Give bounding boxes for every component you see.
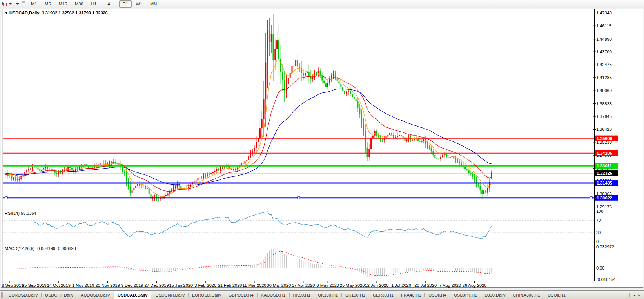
hline-handle[interactable] [5,197,7,199]
svg-text:1.41285: 1.41285 [596,75,612,80]
symbol-tab-usdcad-3[interactable]: USDCAD,Daily [114,291,151,299]
svg-text:1 Nov 2019: 1 Nov 2019 [72,283,94,288]
chart-title: ▼ USDCAD,Daily 1.31932 1.32562 1.31799 1… [5,11,108,15]
svg-text:6 May 2020: 6 May 2020 [316,283,339,288]
svg-text:1.33011: 1.33011 [597,163,612,168]
svg-text:0.00: 0.00 [596,266,604,270]
svg-text:9 Dec 2019: 9 Dec 2019 [121,283,143,288]
macd-indicator-label: MACD(12,26,9) -0.004199 -0.006898 [5,246,76,251]
chart-title-ohlc: 1.31932 1.32562 1.31799 1.32326 [42,11,108,15]
tab-scroll-right-icon[interactable]: ▸ [637,292,642,298]
svg-text:21 Feb 2020: 21 Feb 2020 [218,283,242,288]
svg-text:26 Aug 2020: 26 Aug 2020 [463,283,487,288]
rsi-indicator-label: RSI(14) 55.0354 [5,211,36,216]
chart-title-symbol: USDCAD,Daily [9,11,39,15]
svg-text:17 Apr 2020: 17 Apr 2020 [292,283,315,288]
svg-text:1.43700: 1.43700 [596,49,612,54]
svg-text:1.40060: 1.40060 [596,88,612,93]
symbol-tab-xauusd-7[interactable]: XAUUSD,H1 [258,291,289,299]
timeframe-buttons: M1M5M15M30H1H4D1W1MN [27,0,165,8]
timeframe-button-h4[interactable]: H4 [101,0,113,8]
svg-text:30: 30 [596,230,601,235]
expand-triangle-icon[interactable]: ▼ [5,11,8,15]
symbol-tab-dj30-15[interactable]: DJ30,Daily [481,291,509,299]
timeframe-button-w1[interactable]: W1 [132,0,146,8]
tab-scroll-arrows: ◂ ▸ [629,291,644,299]
svg-text:70: 70 [596,218,601,223]
toolbar-grip[interactable] [22,1,25,7]
toolbar-separator [163,1,163,7]
svg-text:25 May 2020: 25 May 2020 [340,283,365,288]
svg-text:0: 0 [596,239,599,244]
timeframe-button-m30[interactable]: M30 [71,0,87,8]
symbol-tab-usdcnh-4[interactable]: USDCNH,Daily [152,291,188,299]
svg-text:100: 100 [596,209,603,214]
svg-text:1.44890: 1.44890 [596,37,612,42]
timeframe-button-m5[interactable]: M5 [41,0,54,8]
svg-text:1.38835: 1.38835 [596,101,612,106]
timeframe-button-m15[interactable]: M15 [55,0,71,8]
symbol-tab-uk100-10[interactable]: UK100,H1 [342,291,369,299]
svg-text:15 Jan 2020: 15 Jan 2020 [169,283,193,288]
svg-text:1.36420: 1.36420 [596,127,612,132]
svg-text:6 Sep 2019: 6 Sep 2019 [2,283,24,288]
symbol-tab-fra40-12[interactable]: FRA40,H1 [397,291,424,299]
svg-text:1.46115: 1.46115 [596,24,611,28]
svg-text:3 Feb 2020: 3 Feb 2020 [194,283,216,288]
chart-cursor-icon [1,1,7,7]
svg-text:1.42475: 1.42475 [596,62,612,67]
symbol-tab-usoil-17[interactable]: USOil,H1 [544,291,569,299]
toolbar-separator [116,1,117,7]
timeframe-toolbar: M1M5M15M30H1H4D1W1MN [0,0,644,8]
symbol-tab-china300-16[interactable]: CHINA300,H1 [509,291,544,299]
tab-scroll-left-icon[interactable]: ◂ [632,292,637,298]
svg-text:20 Nov 2019: 20 Nov 2019 [95,283,120,288]
symbol-tab-uk100-9[interactable]: UK100,H1 [314,291,341,299]
hline-handle[interactable] [590,197,592,199]
chevron-down-icon [9,3,12,5]
timeframe-button-m1[interactable]: M1 [27,0,40,8]
svg-text:14 Oct 2019: 14 Oct 2019 [47,283,71,288]
svg-text:12 Jun 2020: 12 Jun 2020 [365,283,389,288]
symbol-tab-ger30-11[interactable]: GER30,H1 [369,291,397,299]
timeframe-button-d1[interactable]: D1 [119,0,132,8]
tabbar-grip[interactable] [1,292,4,298]
timeframe-button-h1[interactable]: H1 [87,0,100,8]
symbol-tab-usoil-13[interactable]: USOil,H4 [425,291,450,299]
svg-text:1.32326: 1.32326 [597,171,612,176]
svg-text:20 Jul 2020: 20 Jul 2020 [414,283,437,288]
symbol-tab-eurusd-5[interactable]: EURUSD,Daily [189,291,225,299]
svg-text:1.47340: 1.47340 [596,11,612,15]
hline-handle[interactable] [298,197,300,199]
chart-cursor-tool[interactable] [0,0,15,8]
svg-text:1.34206: 1.34206 [597,151,612,156]
symbol-tabbar: EURUSD,DailyUSDCHF,DailyAUDUSD,DailyUSDC… [0,290,644,299]
svg-text:25 Sep 2019: 25 Sep 2019 [22,283,46,288]
svg-text:7 Aug 2020: 7 Aug 2020 [439,283,461,288]
symbol-tabs: EURUSD,DailyUSDCHF,DailyAUDUSD,DailyUSDC… [5,291,569,299]
svg-text:11 Mar 2020: 11 Mar 2020 [243,283,267,288]
svg-text:1 Jul 2020: 1 Jul 2020 [391,283,411,288]
svg-text:1.30022: 1.30022 [597,196,612,200]
symbol-tab-usdjpy-14[interactable]: USDJPY,H1 [450,291,481,299]
svg-text:1.35606: 1.35606 [597,136,612,141]
symbol-tab-hk50-8[interactable]: HK50,H1 [290,291,314,299]
dropdown-caret-icon[interactable] [16,3,19,5]
symbol-tab-gbpusd-6[interactable]: GBPUSD,H4 [225,291,257,299]
chart-canvas[interactable]: 1.473401.461151.448901.437001.424751.412… [0,0,644,290]
svg-text:1.31405: 1.31405 [597,181,612,185]
svg-text:0.032972: 0.032972 [596,245,614,249]
symbol-tab-audusd-2[interactable]: AUDUSD,Daily [77,291,113,299]
timeframe-button-mn[interactable]: MN [147,0,160,8]
svg-text:1.37645: 1.37645 [596,114,612,119]
symbol-tab-eurusd-0[interactable]: EURUSD,Daily [5,291,41,299]
symbol-tab-usdchf-1[interactable]: USDCHF,Daily [42,291,77,299]
svg-text:27 Dec 2019: 27 Dec 2019 [144,283,169,288]
svg-text:30 Mar 2020: 30 Mar 2020 [267,283,291,288]
svg-text:-0.018154: -0.018154 [596,277,616,282]
app: { "toolbar": { "timeframes": ["M1","M5",… [0,0,644,299]
